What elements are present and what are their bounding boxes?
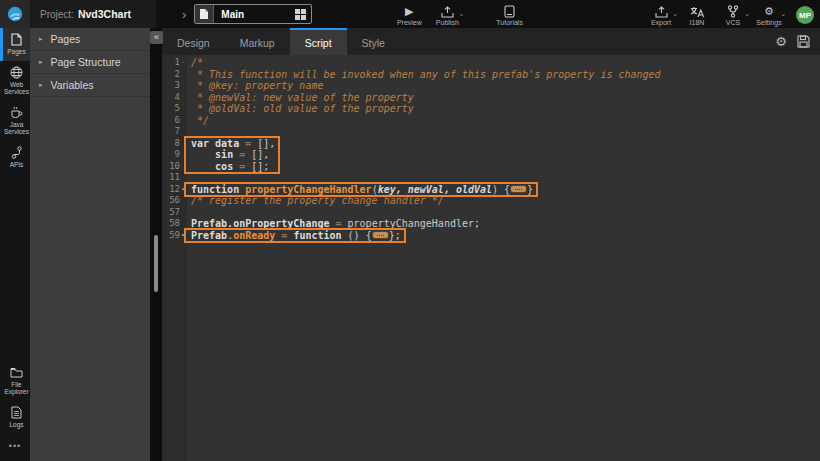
pages-panel: ▸ Pages ▸ Page Structure ▸ Variables [30,28,150,461]
rail-item-file-explorer[interactable]: File Explorer [0,361,30,401]
code-line[interactable]: 56/* register the property change handle… [162,195,820,207]
line-number: 2 [162,69,187,81]
more-options-icon[interactable]: ••• [0,433,30,461]
project-name: Nvd3Chart [78,8,131,20]
rail-label-file-explorer: File Explorer [4,381,29,396]
code-line[interactable]: 6 */ [162,115,820,127]
left-icon-rail: Pages Web Services Java Services APIs [0,28,30,461]
tutorials-button[interactable]: Tutorials [496,2,523,26]
tab-design-label: Design [177,37,210,49]
vcs-button[interactable]: VCS ⌄ [720,2,746,26]
grid-view-icon[interactable] [295,9,306,20]
rail-item-logs[interactable]: Logs [0,401,30,434]
globe-icon [10,66,23,79]
code-line-text: * This function will be invoked when any… [187,69,661,81]
code-line[interactable]: 59▸Prefab.onReady = function () {}; [162,230,820,242]
code-line[interactable]: 10 cos = []; [162,161,820,173]
i18n-button[interactable]: I18N [684,2,710,26]
code-line[interactable]: 2 * This function will be invoked when a… [162,69,820,81]
code-line-text [187,172,191,184]
fold-marker-empty [180,149,187,161]
tab-markup[interactable]: Markup [225,28,290,55]
code-line[interactable]: 7 [162,126,820,138]
folded-code-box[interactable] [510,185,527,193]
code-line-text: Prefab.onPropertyChange = propertyChange… [187,218,480,230]
fold-marker-icon[interactable]: ▸ [180,184,187,196]
export-label: Export [651,19,671,26]
code-line-text: sin = [], [187,149,269,161]
fold-marker-empty [180,195,187,207]
panel-section-pages[interactable]: ▸ Pages [30,28,150,51]
fold-marker-empty [180,207,187,219]
line-number: 56 [162,195,187,207]
fold-marker-icon[interactable]: - [180,57,187,69]
rail-item-pages[interactable]: Pages [0,28,30,61]
fold-marker-empty [180,161,187,173]
code-line-text [187,207,191,219]
play-icon: ▶ [405,5,413,18]
rail-label-apis: APIs [10,161,24,169]
code-line-text: * @oldVal: old value of the property [187,103,414,115]
settings-button[interactable]: ⚙ Settings ⌄ [756,2,782,26]
fold-marker-empty [180,92,187,104]
editor-settings-gear-icon[interactable]: ⚙ [775,34,787,49]
script-code-editor[interactable]: 1-/*2 * This function will be invoked wh… [162,55,820,461]
panel-label-variables: Variables [51,79,94,91]
page-icon [195,5,214,23]
folder-icon [10,366,23,379]
line-number: 12▸ [162,184,187,196]
rail-item-web-services[interactable]: Web Services [0,61,30,101]
user-avatar[interactable]: MP [796,6,814,24]
export-button[interactable]: Export ⌄ [648,2,674,26]
panel-divider: « [150,28,162,461]
code-line-text: Prefab.onReady = function () {}; [187,230,401,242]
code-line-text: */ [187,115,209,127]
top-bar: Project: Nvd3Chart › Main ▶ Preview Publ… [0,0,820,28]
panel-section-variables[interactable]: ▸ Variables [30,74,150,97]
expand-arrow-icon: ▸ [39,35,43,43]
line-number: 9 [162,149,187,161]
tab-style[interactable]: Style [347,28,400,55]
code-line-text: /* register the property change handler … [187,195,444,207]
line-number: 4 [162,92,187,104]
save-icon[interactable] [797,35,810,48]
topbar-left-actions: ▶ Preview Publish ⌄ Tutorials [396,2,523,26]
fold-marker-icon[interactable]: ▸ [180,230,187,242]
rail-label-logs: Logs [9,421,23,429]
panel-section-page-structure[interactable]: ▸ Page Structure [30,51,150,74]
page-selector-dropdown[interactable]: Main [194,4,312,24]
chevron-right-icon[interactable]: › [182,7,186,22]
export-upload-icon [655,5,668,18]
fold-marker-empty [180,69,187,81]
line-number: 11 [162,172,187,184]
code-line[interactable]: 12▸function propertyChangeHandler(key, n… [162,184,820,196]
code-line[interactable]: 9 sin = [], [162,149,820,161]
code-line[interactable]: 8var data = [], [162,138,820,150]
chevron-down-icon: ⌄ [780,10,786,18]
fold-marker-empty [180,115,187,127]
code-line[interactable]: 57 [162,207,820,219]
code-line-text [187,126,191,138]
code-line[interactable]: 3 * @key: property name [162,80,820,92]
code-line-text: function propertyChangeHandler(key, newV… [187,184,533,196]
code-line[interactable]: 58Prefab.onPropertyChange = propertyChan… [162,218,820,230]
publish-button[interactable]: Publish ⌄ [434,2,460,26]
folded-code-box[interactable] [372,231,389,239]
code-line[interactable]: 1-/* [162,57,820,69]
tabbar-actions: ⚙ [775,28,820,55]
tab-script[interactable]: Script [290,28,347,55]
wavemaker-logo[interactable] [0,0,30,28]
code-line[interactable]: 4 * @newVal: new value of the property [162,92,820,104]
fold-marker-empty [180,218,187,230]
code-line[interactable]: 5 * @oldVal: old value of the property [162,103,820,115]
tab-design[interactable]: Design [162,28,225,55]
rail-label-pages: Pages [7,48,25,56]
rail-item-java-services[interactable]: Java Services [0,101,30,141]
preview-button[interactable]: ▶ Preview [396,2,422,26]
rail-item-apis[interactable]: APIs [0,141,30,174]
code-line[interactable]: 11 [162,172,820,184]
collapse-panel-button[interactable]: « [150,31,163,44]
chevron-down-icon: ⌄ [672,10,678,18]
code-area[interactable]: 1-/*2 * This function will be invoked wh… [162,57,820,241]
panel-scrollbar-thumb[interactable] [154,235,158,292]
